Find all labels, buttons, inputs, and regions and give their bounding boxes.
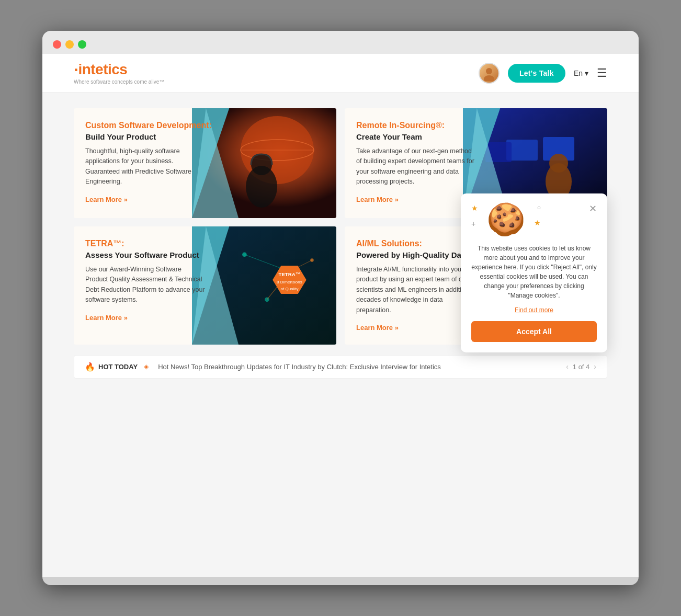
card-text-tetra: TETRA™: Assess Your Software Product Use… (74, 226, 336, 345)
cookie-icon: 🍪 (486, 204, 526, 235)
cookie-header: ★ + 🍪 ○ ★ ✕ (471, 204, 597, 235)
card-desc-custom: Thoughtful, high-quality software applic… (85, 146, 206, 187)
learn-more-custom[interactable]: Learn More (85, 196, 128, 203)
prev-news-button[interactable]: ‹ (566, 362, 569, 371)
hot-label: 🔥 HOT TODAY (85, 362, 138, 372)
logo-text: ·intetics (74, 61, 164, 78)
browser-content: ·intetics Where software concepts come a… (42, 54, 639, 577)
logo-tagline: Where software concepts come alive™ (74, 79, 164, 85)
next-news-button[interactable]: › (594, 362, 596, 371)
cookie-circle: ○ (537, 204, 541, 211)
card-subtitle-tetra: Assess Your Software Product (85, 250, 325, 259)
cookie-description: This website uses cookies to let us know… (471, 244, 597, 300)
learn-more-remote[interactable]: Learn More (356, 196, 399, 203)
cookie-close-button[interactable]: ✕ (589, 204, 597, 213)
lets-talk-button[interactable]: Let's Talk (508, 64, 565, 83)
learn-more-aiml[interactable]: Learn More (356, 324, 399, 332)
close-button-dot[interactable] (53, 40, 61, 49)
main-content: Custom Software Development: Build Your … (42, 93, 639, 394)
logo[interactable]: ·intetics Where software concepts come a… (74, 61, 164, 85)
cookie-star-top: ★ (471, 204, 478, 212)
card-custom-software: Custom Software Development: Build Your … (74, 108, 336, 218)
header-right: Let's Talk En ▾ ☰ (479, 63, 607, 84)
hamburger-menu[interactable]: ☰ (597, 66, 607, 80)
card-title-remote: Remote In-Sourcing®: (356, 121, 596, 130)
accept-all-button[interactable]: Accept All (471, 321, 597, 342)
card-title-tetra: TETRA™: (85, 239, 325, 248)
card-desc-tetra: Use our Award-Winning Software Product Q… (85, 265, 206, 305)
card-subtitle-remote: Create Your Team (356, 132, 596, 141)
browser-chrome (42, 31, 639, 54)
card-subtitle-custom: Build Your Product (85, 132, 325, 141)
svg-point-0 (486, 68, 492, 74)
learn-more-tetra[interactable]: Learn More (85, 314, 128, 322)
card-desc-remote: Take advantage of our next-gen method of… (356, 146, 476, 187)
diamond-icon: ◈ (144, 363, 149, 370)
news-pagination: ‹ 1 of 4 › (566, 362, 596, 371)
card-text-custom: Custom Software Development: Build Your … (74, 108, 336, 218)
cookie-popup: ★ + 🍪 ○ ★ ✕ This website uses cookies to… (461, 193, 607, 352)
avatar[interactable] (479, 63, 500, 84)
find-out-more-link[interactable]: Find out more (471, 306, 597, 314)
card-title-custom: Custom Software Development: (85, 121, 325, 130)
cookie-plus: + (471, 220, 475, 228)
minimize-button-dot[interactable] (65, 40, 74, 49)
maximize-button-dot[interactable] (78, 40, 86, 49)
language-selector[interactable]: En ▾ (574, 69, 588, 77)
svg-point-1 (484, 75, 494, 81)
card-tetra: TETRA™: Assess Your Software Product Use… (74, 226, 336, 345)
card-desc-aiml: Integrate AI/ML functionality into your … (356, 265, 476, 315)
site-header: ·intetics Where software concepts come a… (42, 54, 639, 93)
hot-news-text: Hot News! Top Breakthrough Updates for I… (158, 363, 560, 371)
cookie-star-bottom: ★ (534, 219, 541, 227)
fire-icon: 🔥 (85, 362, 95, 372)
hot-today-bar: 🔥 HOT TODAY ◈ Hot News! Top Breakthrough… (74, 355, 607, 379)
